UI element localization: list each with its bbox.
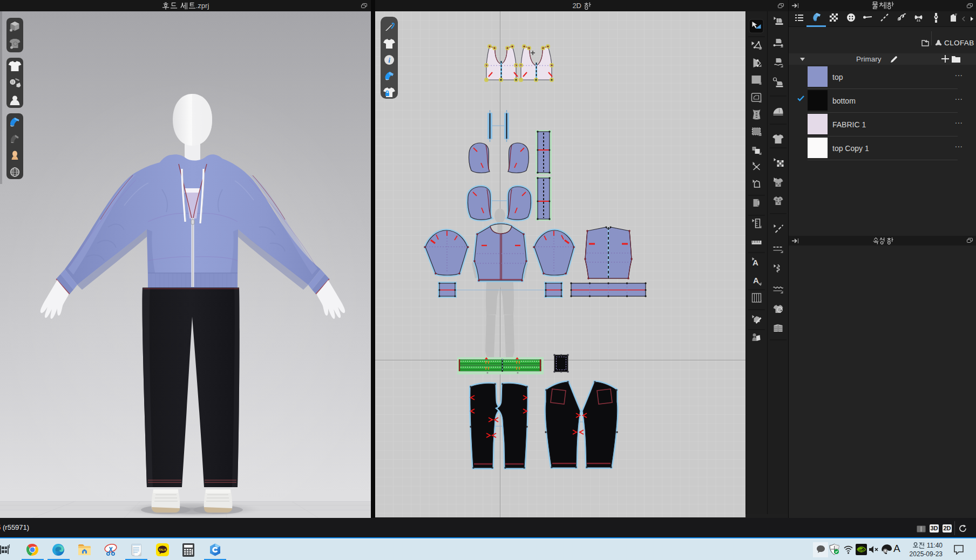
svg-text:A: A xyxy=(753,258,758,267)
svg-text:A: A xyxy=(753,276,759,285)
svg-text:TALK: TALK xyxy=(159,548,166,551)
svg-text:i: i xyxy=(388,56,390,64)
